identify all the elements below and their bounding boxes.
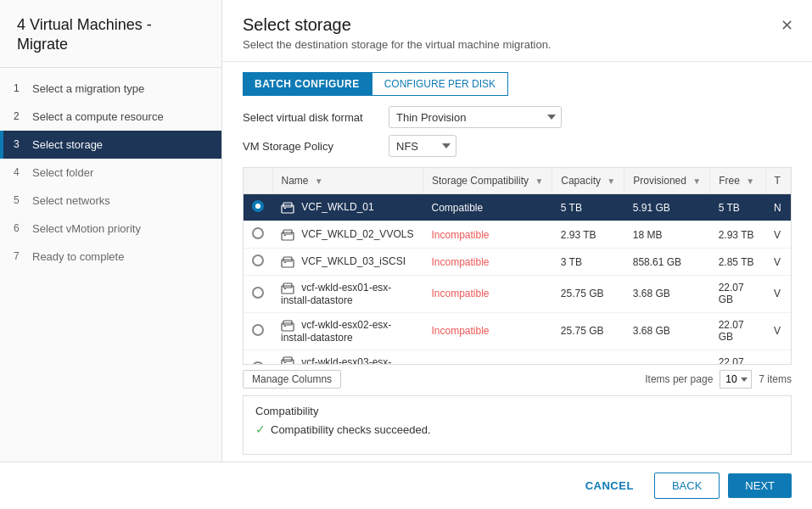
radio-button[interactable] (252, 200, 264, 212)
storage-name: vcf-wkld-esx01-esx-install-datastore (272, 276, 423, 313)
table-row[interactable]: VCF_WKLD_03_iSCSI Incompatible 3 TB 858.… (244, 249, 791, 276)
storage-icon (281, 229, 294, 241)
step-indicator-5 (0, 187, 3, 215)
step-number-3: 3 (14, 138, 25, 150)
sidebar-step-2[interactable]: 2 Select a compute resource (0, 103, 221, 131)
dialog-body: 4 Virtual Machines - Migrate 1 Select a … (0, 0, 812, 461)
col-name[interactable]: Name ▼ (272, 168, 423, 194)
storage-policy-select[interactable]: NFS vSAN iSCSI (389, 135, 456, 157)
storage-free: 2.85 TB (710, 249, 765, 276)
storage-capacity: 25.75 GB (552, 276, 624, 313)
storage-compatibility: Incompatible (423, 249, 552, 276)
sidebar-steps: 1 Select a migration type 2 Select a com… (0, 68, 221, 277)
radio-button[interactable] (252, 227, 264, 239)
storage-compatibility: Incompatible (423, 221, 552, 249)
disk-format-select[interactable]: Thin Provision Thick Provision Lazy Zero… (389, 106, 562, 128)
step-indicator-3 (0, 131, 3, 159)
table-row[interactable]: vcf-wkld-esx03-esx-install-datastore Inc… (244, 350, 791, 365)
storage-compatibility: Incompatible (423, 276, 552, 313)
radio-cell[interactable] (244, 276, 272, 313)
compatibility-message: Compatibility checks succeeded. (271, 423, 431, 436)
sidebar: 4 Virtual Machines - Migrate 1 Select a … (0, 0, 222, 461)
compatibility-section: Compatibility ✓ Compatibility checks suc… (243, 395, 792, 455)
step-indicator-6 (0, 215, 3, 243)
table-row[interactable]: VCF_WKLD_02_VVOLS Incompatible 2.93 TB 1… (244, 221, 791, 249)
table-row[interactable]: vcf-wkld-esx02-esx-install-datastore Inc… (244, 312, 791, 350)
configure-per-disk-button[interactable]: CONFIGURE PER DISK (372, 72, 508, 96)
storage-provisioned: 18 MB (624, 221, 710, 249)
disk-format-row: Select virtual disk format Thin Provisio… (222, 103, 812, 131)
sidebar-step-7[interactable]: 7 Ready to complete (0, 243, 221, 271)
next-button[interactable]: NEXT (728, 473, 792, 498)
name-filter-icon[interactable]: ▼ (315, 176, 323, 186)
step-number-5: 5 (14, 194, 25, 206)
sidebar-step-1[interactable]: 1 Select a migration type (0, 75, 221, 103)
sidebar-step-label-1: Select a migration type (32, 82, 144, 95)
radio-button[interactable] (252, 255, 264, 266)
col-radio (244, 168, 272, 194)
total-items: 7 items (759, 373, 792, 385)
storage-type: N (765, 194, 791, 221)
migrate-dialog: 4 Virtual Machines - Migrate 1 Select a … (0, 0, 812, 509)
main-content: ✕ Select storage Select the destination … (222, 0, 812, 461)
storage-icon (281, 282, 294, 294)
check-icon: ✓ (255, 422, 266, 436)
storage-name: vcf-wkld-esx03-esx-install-datastore (272, 350, 423, 365)
storage-provisioned: 5.91 GB (624, 194, 710, 221)
col-compatibility[interactable]: Storage Compatibility ▼ (423, 168, 552, 194)
manage-columns-button[interactable]: Manage Columns (243, 370, 341, 389)
dialog-footer: CANCEL BACK NEXT (0, 461, 812, 509)
storage-free: 22.07 GB (710, 350, 765, 365)
back-button[interactable]: BACK (654, 473, 720, 499)
cancel-button[interactable]: CANCEL (574, 473, 646, 498)
radio-cell[interactable] (244, 312, 272, 350)
table-header-row: Name ▼ Storage Compatibility ▼ Capacity … (244, 168, 791, 194)
table-row[interactable]: VCF_WKLD_01 Compatible 5 TB 5.91 GB 5 TB… (244, 194, 791, 221)
dialog-wrapper: 4 Virtual Machines - Migrate 1 Select a … (0, 0, 812, 509)
storage-policy-row: VM Storage Policy NFS vSAN iSCSI (222, 131, 812, 160)
storage-type: V (765, 312, 791, 350)
sidebar-step-label-7: Ready to complete (32, 250, 124, 263)
storage-capacity: 5 TB (552, 194, 624, 221)
storage-capacity: 25.75 GB (552, 350, 624, 365)
compatibility-title: Compatibility (255, 405, 779, 417)
items-per-page-label: Items per page (645, 373, 713, 385)
page-subtitle: Select the destination storage for the v… (243, 38, 792, 51)
step-indicator-2 (0, 103, 3, 131)
sidebar-step-6[interactable]: 6 Select vMotion priority (0, 215, 221, 243)
free-filter-icon[interactable]: ▼ (746, 176, 754, 186)
radio-button[interactable] (252, 324, 264, 336)
radio-cell[interactable] (244, 249, 272, 276)
sidebar-step-5[interactable]: 5 Select networks (0, 187, 221, 215)
sidebar-step-label-5: Select networks (32, 194, 110, 207)
radio-cell[interactable] (244, 194, 272, 221)
sidebar-step-3[interactable]: 3 Select storage (0, 131, 221, 159)
provisioned-filter-icon[interactable]: ▼ (692, 176, 701, 186)
table-row[interactable]: vcf-wkld-esx01-esx-install-datastore Inc… (244, 276, 791, 313)
close-button[interactable]: ✕ (775, 14, 798, 37)
storage-compatibility: Incompatible (423, 350, 552, 365)
step-number-6: 6 (14, 222, 25, 234)
sidebar-step-label-4: Select folder (32, 166, 93, 179)
capacity-filter-icon[interactable]: ▼ (607, 176, 615, 186)
col-free[interactable]: Free ▼ (710, 168, 765, 194)
items-per-page-select[interactable]: 10 25 50 (720, 370, 752, 389)
batch-configure-button[interactable]: BATCH CONFIGURE (243, 72, 372, 96)
step-indicator-1 (0, 75, 3, 103)
col-provisioned[interactable]: Provisioned ▼ (624, 168, 710, 194)
storage-free: 22.07 GB (710, 276, 765, 313)
step-number-4: 4 (14, 166, 25, 178)
main-header: Select storage Select the destination st… (222, 0, 812, 62)
compat-filter-icon[interactable]: ▼ (535, 176, 543, 186)
radio-cell[interactable] (244, 350, 272, 365)
radio-cell[interactable] (244, 221, 272, 249)
table-body: VCF_WKLD_01 Compatible 5 TB 5.91 GB 5 TB… (244, 194, 791, 366)
sidebar-step-4[interactable]: 4 Select folder (0, 159, 221, 187)
col-capacity[interactable]: Capacity ▼ (552, 168, 624, 194)
col-type[interactable]: T (765, 168, 791, 194)
storage-table-container: Name ▼ Storage Compatibility ▼ Capacity … (243, 167, 792, 365)
storage-free: 5 TB (710, 194, 765, 221)
radio-button[interactable] (252, 287, 264, 299)
pagination: Items per page 10 25 50 7 items (645, 370, 792, 389)
storage-compatibility: Compatible (423, 194, 552, 221)
